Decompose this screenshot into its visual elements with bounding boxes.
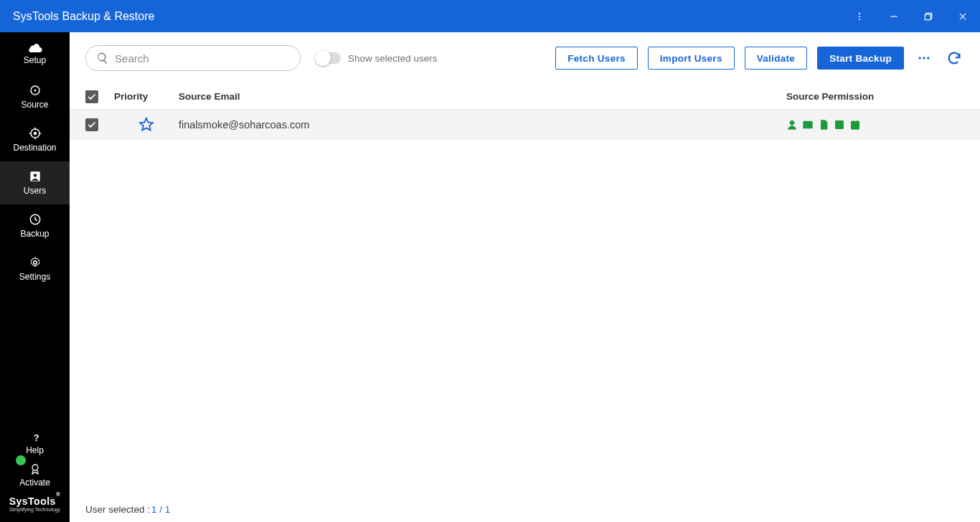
mail-perm-icon	[802, 119, 814, 130]
toggle-track[interactable]	[316, 52, 341, 64]
row-checkbox[interactable]	[85, 118, 98, 131]
svg-rect-23	[852, 121, 859, 129]
maximize-icon[interactable]	[911, 0, 946, 32]
document-perm-icon	[818, 119, 829, 130]
status-bar: User selected : 1 / 1	[70, 496, 980, 522]
close-icon[interactable]	[946, 0, 980, 32]
import-users-button[interactable]: Import Users	[648, 47, 735, 70]
activation-status-dot	[16, 455, 26, 465]
svg-point-7	[34, 90, 36, 92]
select-all-checkbox[interactable]	[85, 90, 98, 103]
gear-icon	[29, 256, 42, 269]
calendar-perm-icon	[849, 119, 861, 130]
search-field[interactable]	[85, 45, 301, 71]
sidebar: Setup Source Destination Users Backup Se…	[0, 32, 70, 522]
kebab-menu-icon[interactable]	[842, 0, 877, 32]
svg-point-1	[859, 15, 860, 16]
brand-name: SysTools	[9, 495, 56, 507]
users-icon	[29, 170, 42, 183]
badge-icon	[29, 463, 41, 475]
start-backup-button[interactable]: Start Backup	[817, 47, 904, 70]
sidebar-item-label: Destination	[13, 143, 56, 153]
col-source-email: Source Email	[179, 91, 786, 102]
toggle-knob	[315, 50, 331, 66]
col-source-permission: Source Permission	[786, 91, 980, 102]
svg-point-15	[32, 465, 38, 470]
refresh-icon[interactable]	[944, 48, 964, 68]
svg-point-18	[927, 57, 929, 59]
sidebar-item-setup[interactable]: Setup	[0, 32, 70, 75]
toolbar: Show selected users Fetch Users Import U…	[70, 32, 980, 84]
toggle-label: Show selected users	[348, 53, 438, 64]
sidebar-item-users[interactable]: Users	[0, 161, 70, 204]
users-table: Priority Source Email Source Permission …	[70, 84, 980, 496]
app-title: SysTools Backup & Restore	[13, 10, 154, 23]
fetch-users-button[interactable]: Fetch Users	[555, 47, 638, 70]
svg-rect-3	[890, 16, 897, 16]
contact-perm-icon	[786, 119, 798, 130]
status-value: 1 / 1	[151, 504, 170, 515]
help-icon: ?	[30, 432, 40, 442]
sidebar-item-label: Help	[26, 445, 44, 455]
svg-point-13	[33, 261, 37, 265]
col-priority: Priority	[114, 91, 179, 102]
brand-tagline: Simplifying Technology	[0, 507, 70, 512]
cloud-icon	[27, 42, 43, 52]
priority-star-icon[interactable]	[138, 117, 154, 133]
status-label: User selected :	[85, 504, 150, 515]
sidebar-item-help[interactable]: ? Help	[0, 428, 70, 460]
sidebar-item-activate[interactable]: Activate	[0, 460, 70, 491]
sidebar-item-backup[interactable]: Backup	[0, 204, 70, 247]
main-content: Show selected users Fetch Users Import U…	[70, 32, 980, 522]
more-icon[interactable]	[914, 48, 934, 68]
sidebar-item-label: Source	[21, 100, 48, 110]
minimize-icon[interactable]	[877, 0, 911, 32]
sidebar-item-source[interactable]: Source	[0, 75, 70, 118]
target-icon	[29, 127, 42, 140]
svg-point-22	[837, 123, 839, 125]
svg-point-11	[33, 174, 37, 177]
show-selected-toggle[interactable]: Show selected users	[316, 52, 438, 64]
history-icon	[29, 213, 42, 226]
svg-point-19	[790, 120, 793, 124]
search-input[interactable]	[115, 52, 290, 65]
image-perm-icon	[834, 119, 845, 130]
sidebar-item-label: Setup	[24, 55, 46, 65]
source-icon	[29, 84, 42, 97]
svg-rect-5	[925, 14, 930, 20]
sidebar-item-settings[interactable]: Settings	[0, 247, 70, 290]
svg-point-9	[33, 132, 37, 136]
svg-point-16	[919, 57, 921, 59]
sidebar-item-label: Activate	[19, 478, 50, 488]
svg-point-0	[859, 12, 860, 14]
brand-logo: SysTools® Simplifying Technology	[0, 491, 70, 519]
table-header: Priority Source Email Source Permission	[70, 84, 980, 110]
svg-text:?: ?	[33, 432, 39, 442]
search-icon	[96, 51, 109, 65]
sidebar-item-label: Backup	[20, 229, 49, 239]
sidebar-item-label: Users	[24, 186, 46, 196]
sidebar-item-destination[interactable]: Destination	[0, 118, 70, 161]
validate-button[interactable]: Validate	[745, 47, 807, 70]
permission-icons	[786, 119, 980, 130]
sidebar-item-label: Settings	[19, 272, 50, 282]
table-row[interactable]: finalsmoke@soharcoas.com	[70, 110, 980, 140]
titlebar: SysTools Backup & Restore	[0, 0, 980, 32]
svg-point-2	[859, 19, 860, 20]
row-email: finalsmoke@soharcoas.com	[179, 119, 786, 130]
svg-point-17	[923, 57, 925, 59]
window-controls	[842, 0, 980, 32]
